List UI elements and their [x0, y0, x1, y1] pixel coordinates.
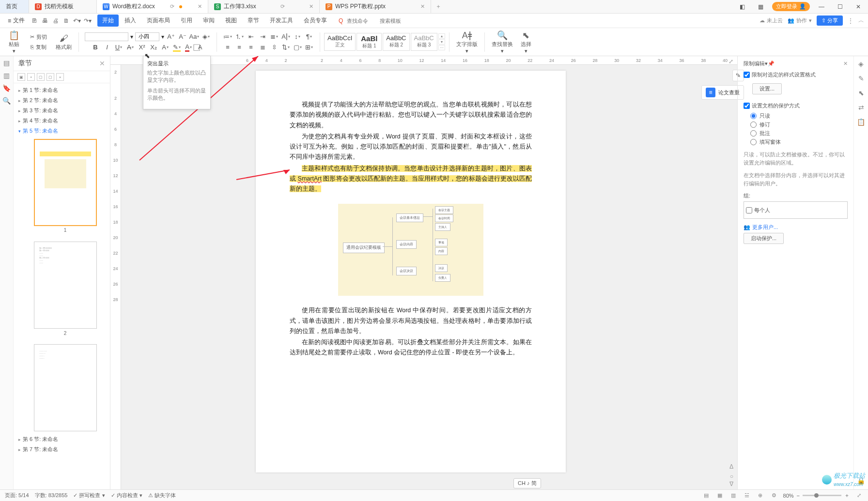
nav-down-icon[interactable]: ᐁ	[729, 481, 733, 487]
ime-indicator[interactable]: CH ♪ 简	[513, 478, 541, 488]
status-spell[interactable]: ✓ 拼写检查 ▾	[73, 492, 105, 499]
clear-format-icon[interactable]: ◈	[201, 32, 211, 42]
tools-icon[interactable]: ⊕	[756, 491, 765, 500]
page-thumb-2[interactable]: 第一章 XXXXX第一节 XXX................第二节 XXX.…	[34, 242, 97, 329]
style-more-icon[interactable]: ⋯	[438, 45, 445, 50]
share-button[interactable]: ⇧ 分享	[817, 15, 843, 26]
style-up-icon[interactable]: ▴	[438, 33, 445, 39]
template-search-input[interactable]	[380, 18, 409, 24]
indent-inc-icon[interactable]: ⇥	[258, 32, 267, 42]
close-icon[interactable]: ⟳	[170, 3, 174, 10]
preview-icon[interactable]: 🗎	[62, 16, 71, 26]
login-button[interactable]: 立即登录👤	[772, 2, 810, 11]
view-outline-icon[interactable]: ☱	[743, 491, 751, 500]
mtab-ref[interactable]: 引用	[176, 15, 197, 27]
line-spacing-icon[interactable]: ⇅	[281, 43, 291, 52]
settings-icon[interactable]: ⚙	[770, 491, 778, 500]
section-5[interactable]: 第 5 节: 未命名	[17, 126, 106, 136]
op4-icon[interactable]: ▢	[46, 73, 54, 81]
page-thumb-1[interactable]: 1	[34, 139, 97, 226]
status-words[interactable]: 字数: 83/2855	[35, 492, 68, 499]
search-icon[interactable]: 🔍	[2, 97, 11, 105]
section-2[interactable]: 第 2 节: 未命名	[17, 95, 106, 106]
bullets-icon[interactable]: ≔	[223, 32, 232, 42]
style-h2[interactable]: AaBbC标题 2	[383, 33, 409, 51]
file-menu[interactable]: ≡文件	[4, 16, 29, 25]
status-font[interactable]: ⚠ 缺失字体	[148, 492, 176, 499]
close-icon[interactable]: ⟳	[280, 3, 285, 10]
cut-button[interactable]: ✂剪切	[28, 32, 49, 42]
text-tools-icon[interactable]: Aǀ	[281, 32, 291, 42]
section-4[interactable]: 第 4 节: 未命名	[17, 116, 106, 126]
op2-icon[interactable]: +	[27, 73, 35, 81]
strike-icon[interactable]: A̶	[125, 43, 135, 52]
close-icon[interactable]: ✕	[420, 3, 425, 10]
op5-icon[interactable]: ×	[56, 73, 64, 81]
radio-track[interactable]: 修订	[750, 121, 848, 128]
multilevel-icon[interactable]: ≣	[269, 32, 279, 42]
radio-comment[interactable]: 批注	[750, 130, 848, 137]
status-content[interactable]: ✓ 内容检查 ▾	[111, 492, 142, 499]
showmarks-icon[interactable]: ¶	[304, 32, 314, 42]
maximize-icon[interactable]: ☐	[833, 1, 847, 13]
nav-up-icon[interactable]: ᐃ	[729, 463, 733, 470]
radio-form[interactable]: 填写窗体	[750, 138, 848, 146]
tools-corner-icon[interactable]: ⤢	[728, 58, 733, 65]
align-left-icon[interactable]: ≡	[223, 43, 232, 52]
findreplace-button[interactable]: 🔍查找替换▾	[489, 29, 516, 55]
zoom-slider[interactable]	[803, 495, 841, 496]
users-listbox[interactable]: 每个人	[744, 201, 848, 219]
font-effect-icon[interactable]: A	[160, 43, 170, 52]
open-icon[interactable]: 🖹	[30, 16, 39, 26]
section-7[interactable]: 第 7 节: 未命名	[17, 444, 106, 455]
save-icon[interactable]: 🖶	[40, 16, 50, 26]
select-button[interactable]: ⬉选择▾	[518, 29, 534, 55]
clipboard-icon[interactable]: 📋	[857, 118, 865, 126]
mtab-insert[interactable]: 插入	[120, 15, 141, 27]
shading-icon[interactable]: ▢	[293, 43, 302, 52]
indent-dec-icon[interactable]: ⇤	[246, 32, 256, 42]
section-1[interactable]: 第 1 节: 未命名	[17, 85, 106, 95]
font-grow-icon[interactable]: A⁺	[166, 32, 176, 42]
align-justify-icon[interactable]: ≣	[258, 43, 267, 52]
redo-icon[interactable]: ↷▾	[83, 16, 93, 26]
fullscreen-icon[interactable]: ⤢	[854, 491, 863, 500]
print-icon[interactable]: 🖨	[51, 16, 61, 26]
font-shrink-icon[interactable]: A⁻	[178, 32, 187, 42]
section-6[interactable]: 第 6 节: 未命名	[17, 434, 106, 444]
superscript-icon[interactable]: X²	[137, 43, 147, 52]
sort-icon[interactable]: ↕	[293, 32, 302, 42]
tab-pptx[interactable]: PWPS PPT教程.pptx✕	[320, 0, 431, 13]
paste-button[interactable]: 📋粘贴▾	[6, 29, 22, 55]
page-thumb-3[interactable]: ........................................…	[34, 344, 97, 431]
pin-icon[interactable]: 📌	[768, 61, 775, 67]
tab-word-doc[interactable]: WWord教程2.docx⟳✕	[97, 0, 208, 13]
zoom-out-icon[interactable]: −	[797, 493, 800, 499]
more-users-button[interactable]: 👥更多用户...	[744, 224, 848, 231]
mtab-section[interactable]: 章节	[243, 15, 264, 27]
align-center-icon[interactable]: ≡	[234, 43, 244, 52]
chk-protect[interactable]: 设置文档的保护方式	[744, 102, 848, 109]
undo-icon[interactable]: ↶▾	[72, 16, 82, 26]
op1-icon[interactable]: ▣	[17, 73, 25, 81]
case-icon[interactable]: Aa	[189, 32, 199, 42]
textdir-button[interactable]: Aǂ文字排版▾	[453, 29, 480, 55]
format-painter-button[interactable]: 🖌格式刷	[53, 32, 75, 52]
style-h1[interactable]: AaBl标题 1	[356, 33, 382, 51]
add-tab-button[interactable]: ＋	[431, 0, 446, 13]
close-icon[interactable]: ✕	[309, 3, 313, 10]
mtab-start[interactable]: 开始	[97, 15, 119, 27]
filter-icon[interactable]: ⇄	[858, 104, 864, 111]
mtab-member[interactable]: 会员专享	[299, 15, 332, 27]
ruler-vertical[interactable]: 2246810121416182022242628	[110, 65, 121, 489]
align-right-icon[interactable]: ≡	[246, 43, 256, 52]
apps-icon[interactable]: ▦	[754, 1, 767, 13]
cloud-button[interactable]: ☁未上云	[760, 17, 783, 24]
mtab-review[interactable]: 审阅	[198, 15, 219, 27]
op3-icon[interactable]: ▢	[37, 73, 45, 81]
collapse-ribbon-icon[interactable]: ︿	[858, 16, 864, 25]
mtab-dev[interactable]: 开发工具	[265, 15, 298, 27]
close-icon[interactable]: ✕	[198, 3, 202, 10]
distribute-icon[interactable]: ⇳	[269, 43, 279, 52]
highlight-icon[interactable]: ✎	[172, 43, 182, 52]
